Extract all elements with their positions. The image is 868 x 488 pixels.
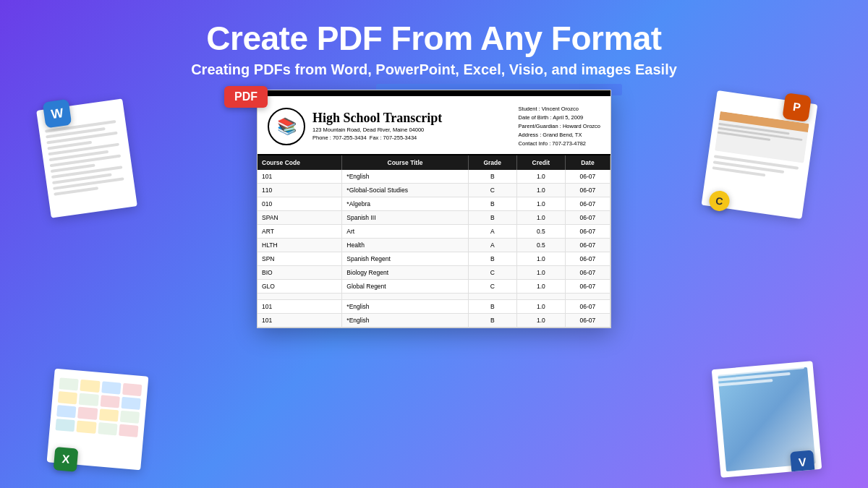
header: Create PDF From Any Format Creating PDFs…: [176, 0, 692, 90]
table-cell-6-2: B: [468, 252, 516, 265]
school-logo: 📚: [268, 108, 305, 145]
powerpoint-document-float: P C: [702, 90, 818, 219]
student-contact: Contact Info : 707-273-4782: [519, 140, 600, 148]
table-cell-11-4: 06-07: [565, 313, 610, 327]
visio-document-float: V: [712, 361, 822, 478]
table-cell-3-1: Spanish III: [342, 210, 468, 224]
table-row: SPANSpanish IIIB1.006-07: [258, 210, 610, 224]
pdf-doc-header-bar: [258, 90, 610, 96]
table-row: HLTHHealthA0.506-07: [258, 238, 610, 252]
table-row: 010*AlgebraB1.006-07: [258, 197, 610, 210]
table-row: 110*Global-Social StudiesC1.006-07: [258, 183, 610, 197]
col-header-credit: Credit: [516, 155, 565, 170]
table-row: 101*EnglishB1.006-07: [258, 313, 610, 327]
sub-title: Creating PDFs from Word, PowerPoint, Exc…: [191, 61, 677, 78]
table-cell-5-4: 06-07: [565, 238, 610, 252]
table-cell-5-2: A: [468, 238, 516, 252]
school-info: High School Transcript 123 Mountain Road…: [312, 111, 442, 142]
table-cell-1-4: 06-07: [565, 183, 610, 197]
student-address: Address : Grand Bend, TX: [519, 131, 600, 140]
visio-icon: V: [790, 450, 815, 476]
word-icon: W: [43, 98, 72, 128]
table-row: ARTArtA0.506-07: [258, 224, 610, 238]
table-cell-7-3: 1.0: [516, 265, 565, 279]
content-area: W: [0, 90, 868, 488]
student-info: Student : Vincent Orozco Date of Birth :…: [519, 105, 600, 148]
table-row: 101*EnglishB1.006-07: [258, 170, 610, 184]
table-cell-7-1: Biology Regent: [342, 265, 468, 279]
table-cell-3-4: 06-07: [565, 210, 610, 224]
table-cell-10-2: B: [468, 299, 516, 313]
table-cell-4-3: 0.5: [516, 224, 565, 238]
table-cell-9-1: [342, 293, 468, 299]
table-cell-5-0: HLTH: [258, 238, 342, 252]
table-cell-3-0: SPAN: [258, 210, 342, 224]
table-cell-6-0: SPN: [258, 252, 342, 265]
table-row: 101*EnglishB1.006-07: [258, 299, 610, 313]
table-row: [258, 293, 610, 299]
table-cell-0-3: 1.0: [516, 170, 565, 184]
excel-document-float: X: [47, 369, 149, 471]
table-cell-6-3: 1.0: [516, 252, 565, 265]
col-header-course-title: Course Title: [342, 155, 468, 170]
table-cell-9-0: [258, 293, 342, 299]
powerpoint-icon: P: [782, 93, 812, 122]
table-cell-1-0: 110: [258, 183, 342, 197]
col-header-grade: Grade: [468, 155, 516, 170]
pdf-document: 📚 High School Transcript 123 Mountain Ro…: [257, 90, 611, 328]
word-document-float: W: [36, 98, 137, 218]
table-cell-11-0: 101: [258, 313, 342, 327]
word-doc-lines: [45, 119, 129, 196]
col-header-date: Date: [565, 155, 610, 170]
table-cell-4-0: ART: [258, 224, 342, 238]
table-cell-9-4: [565, 293, 610, 299]
table-cell-8-4: 06-07: [565, 279, 610, 293]
table-cell-10-0: 101: [258, 299, 342, 313]
table-cell-10-1: *English: [342, 299, 468, 313]
student-name: Student : Vincent Orozco: [519, 105, 600, 114]
table-cell-10-3: 1.0: [516, 299, 565, 313]
table-cell-2-1: *Algebra: [342, 197, 468, 210]
table-cell-2-2: B: [468, 197, 516, 210]
table-row: BIOBiology RegentC1.006-07: [258, 265, 610, 279]
table-cell-11-1: *English: [342, 313, 468, 327]
excel-grid: [55, 377, 142, 437]
table-cell-5-3: 0.5: [516, 238, 565, 252]
table-header-row: Course Code Course Title Grade Credit Da…: [258, 155, 610, 170]
main-title: Create PDF From Any Format: [191, 20, 677, 57]
table-cell-8-0: GLO: [258, 279, 342, 293]
table-cell-9-2: [468, 293, 516, 299]
table-cell-7-4: 06-07: [565, 265, 610, 279]
table-cell-10-4: 06-07: [565, 299, 610, 313]
pdf-doc-top: 📚 High School Transcript 123 Mountain Ro…: [258, 96, 610, 155]
table-cell-1-3: 1.0: [516, 183, 565, 197]
table-cell-4-4: 06-07: [565, 224, 610, 238]
table-cell-3-2: B: [468, 210, 516, 224]
col-header-course-code: Course Code: [258, 155, 342, 170]
table-row: SPNSpanish RegentB1.006-07: [258, 252, 610, 265]
table-row: GLOGlobal RegentC1.006-07: [258, 279, 610, 293]
transcript-table: Course Code Course Title Grade Credit Da…: [258, 155, 610, 328]
table-cell-0-1: *English: [342, 170, 468, 184]
table-cell-11-3: 1.0: [516, 313, 565, 327]
table-cell-11-2: B: [468, 313, 516, 327]
table-cell-2-3: 1.0: [516, 197, 565, 210]
table-cell-4-2: A: [468, 224, 516, 238]
table-cell-6-4: 06-07: [565, 252, 610, 265]
table-cell-0-0: 101: [258, 170, 342, 184]
table-cell-2-0: 010: [258, 197, 342, 210]
c-badge-icon: C: [708, 189, 731, 213]
table-cell-7-0: BIO: [258, 265, 342, 279]
table-cell-8-1: Global Regent: [342, 279, 468, 293]
school-name: High School Transcript: [312, 111, 442, 126]
table-cell-4-1: Art: [342, 224, 468, 238]
student-dob: Date of Birth : April 5, 2009: [519, 114, 600, 122]
table-cell-0-4: 06-07: [565, 170, 610, 184]
school-address: 123 Mountain Road, Dead River, Maine 040…: [312, 126, 442, 134]
table-cell-1-1: *Global-Social Studies: [342, 183, 468, 197]
excel-icon: X: [54, 447, 79, 472]
student-guardian: Parent/Guardian : Howard Orozco: [519, 122, 600, 131]
table-cell-0-2: B: [468, 170, 516, 184]
table-cell-5-1: Health: [342, 238, 468, 252]
table-cell-8-2: C: [468, 279, 516, 293]
